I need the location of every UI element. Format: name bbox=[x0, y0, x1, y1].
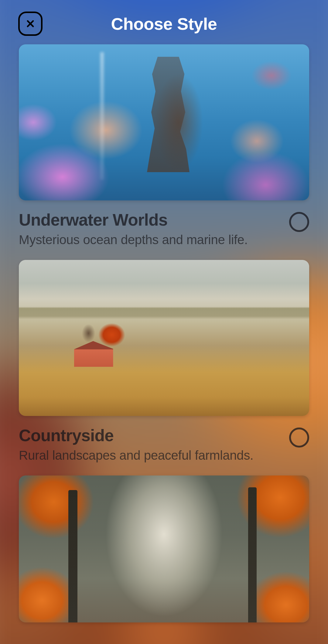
style-description: Rural landscapes and peaceful farmlands. bbox=[19, 448, 282, 463]
style-text: Countryside Rural landscapes and peacefu… bbox=[19, 426, 282, 463]
screen-container: Choose Style Underwater Worlds Mysteriou… bbox=[0, 0, 328, 644]
style-list[interactable]: Underwater Worlds Mysterious ocean depth… bbox=[0, 44, 328, 622]
style-title: Underwater Worlds bbox=[19, 210, 282, 230]
style-card-underwater[interactable]: Underwater Worlds Mysterious ocean depth… bbox=[19, 44, 309, 247]
style-info: Countryside Rural landscapes and peacefu… bbox=[19, 416, 309, 463]
style-card-autumn[interactable] bbox=[19, 475, 309, 622]
style-text: Underwater Worlds Mysterious ocean depth… bbox=[19, 210, 282, 247]
style-info: Underwater Worlds Mysterious ocean depth… bbox=[19, 200, 309, 247]
style-description: Mysterious ocean depths and marine life. bbox=[19, 233, 282, 247]
radio-underwater[interactable] bbox=[289, 212, 309, 232]
style-title: Countryside bbox=[19, 426, 282, 445]
style-card-countryside[interactable]: Countryside Rural landscapes and peacefu… bbox=[19, 260, 309, 463]
style-image-countryside bbox=[19, 260, 309, 416]
header: Choose Style bbox=[0, 0, 328, 44]
close-button[interactable] bbox=[18, 12, 43, 36]
close-icon bbox=[25, 18, 36, 29]
style-image-autumn bbox=[19, 475, 309, 622]
style-image-underwater bbox=[19, 44, 309, 200]
radio-countryside[interactable] bbox=[289, 428, 309, 448]
page-title: Choose Style bbox=[111, 14, 217, 34]
